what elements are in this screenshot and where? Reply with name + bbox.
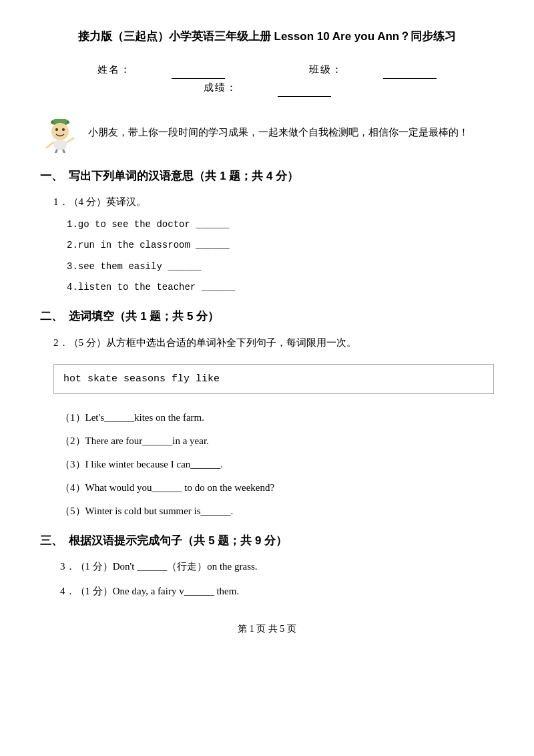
section-1-title: 一、 写出下列单词的汉语意思（共 1 题；共 4 分） <box>40 166 494 187</box>
student-info: 姓名： 班级： 成绩： <box>40 61 494 97</box>
score-field: 成绩： <box>184 79 351 97</box>
svg-line-9 <box>63 150 65 153</box>
svg-point-5 <box>53 140 67 150</box>
question-4-block: 4．（1 分）One day, a fairy v______ them. <box>53 582 494 600</box>
page-title: 接力版（三起点）小学英语三年级上册 Lesson 10 Are you Ann？… <box>40 27 494 47</box>
sentence-4: （4）What would you______ to do on the wee… <box>60 479 494 497</box>
sentence-5: （5）Winter is cold but summer is______. <box>60 502 494 520</box>
question-3-header: 3．（1 分）Don't ______（行走）on the grass. <box>60 558 494 576</box>
question-1-header: 1．（4 分）英译汉。 <box>53 193 494 211</box>
q1-item-2: 2.run in the classroom ______ <box>67 237 494 254</box>
section-3-title: 三、 根据汉语提示完成句子（共 5 题；共 9 分） <box>40 531 494 552</box>
question-3-block: 3．（1 分）Don't ______（行走）on the grass. <box>53 558 494 576</box>
svg-line-6 <box>47 142 53 148</box>
sentence-2: （2）There are four______in a year. <box>60 432 494 450</box>
name-field: 姓名： <box>77 61 245 79</box>
question-2-header: 2．（5 分）从方框中选出合适的单词补全下列句子，每词限用一次。 <box>53 334 494 352</box>
svg-point-2 <box>51 123 69 140</box>
sentence-1: （1）Let's______kites on the farm. <box>60 409 494 427</box>
mascot-icon <box>40 113 80 153</box>
mascot-text: 小朋友，带上你一段时间的学习成果，一起来做个自我检测吧，相信你一定是最棒的！ <box>88 124 469 142</box>
question-1-block: 1．（4 分）英译汉。 1.go to see the doctor _____… <box>53 193 494 296</box>
svg-point-4 <box>62 128 65 131</box>
question-2-block: 2．（5 分）从方框中选出合适的单词补全下列句子，每词限用一次。 hot ska… <box>53 334 494 520</box>
sentence-3: （3）I like winter because I can______. <box>60 455 494 474</box>
svg-line-8 <box>55 150 57 153</box>
class-field: 班级： <box>289 61 457 79</box>
question-4-header: 4．（1 分）One day, a fairy v______ them. <box>60 582 494 600</box>
q1-item-1: 1.go to see the doctor ______ <box>67 216 494 233</box>
q1-item-3: 3.see them easily ______ <box>67 258 494 275</box>
section-2-title: 二、 选词填空（共 1 题；共 5 分） <box>40 307 494 327</box>
svg-line-7 <box>67 138 73 142</box>
q1-item-4: 4.listen to the teacher ______ <box>67 279 494 296</box>
svg-point-3 <box>55 128 58 131</box>
mascot-row: 小朋友，带上你一段时间的学习成果，一起来做个自我检测吧，相信你一定是最棒的！ <box>40 113 494 153</box>
word-box: hot skate seasons fly like <box>53 364 494 394</box>
page-footer: 第 1 页 共 5 页 <box>40 620 494 637</box>
